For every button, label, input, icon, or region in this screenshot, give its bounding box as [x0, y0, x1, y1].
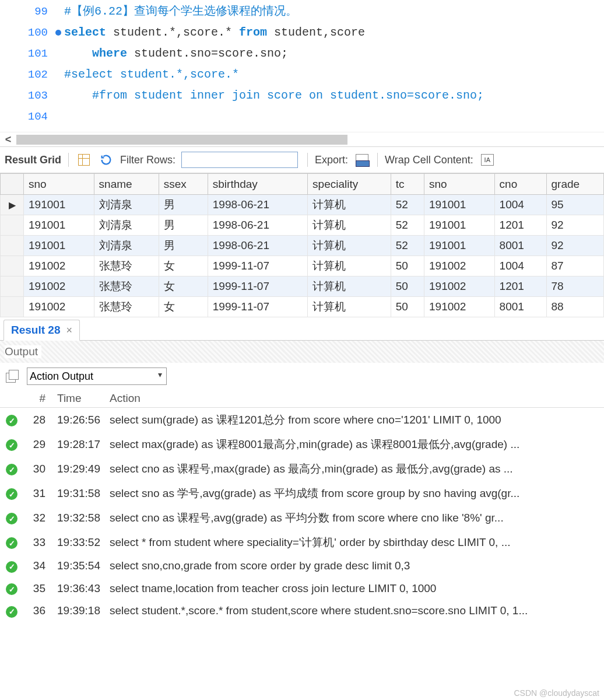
output-row[interactable]: ✓3019:29:49select cno as 课程号,max(grade) … — [0, 457, 604, 481]
scroll-track[interactable] — [16, 135, 347, 145]
output-row[interactable]: ✓3319:33:52select * from student where s… — [0, 530, 604, 555]
table-row[interactable]: 191002张慧玲女1999-11-07计算机50191002800188 — [1, 297, 604, 317]
table-row[interactable]: 191001刘清泉男1998-06-21计算机52191001120192 — [1, 215, 604, 236]
cell[interactable]: 52 — [391, 195, 424, 215]
output-type-select[interactable]: Action Output — [27, 368, 167, 385]
cell[interactable]: 1201 — [494, 215, 546, 236]
code-content[interactable]: #from student inner join score on studen… — [64, 85, 604, 106]
cell[interactable]: 191001 — [424, 236, 495, 256]
cell[interactable]: 191002 — [424, 276, 495, 297]
output-row[interactable]: ✓2819:26:56select sum(grade) as 课程1201总分… — [0, 408, 604, 433]
editor-hscrollbar[interactable]: < — [0, 132, 604, 146]
cell[interactable]: 1999-11-07 — [208, 297, 307, 317]
cell[interactable]: 男 — [159, 195, 208, 215]
table-row[interactable]: 191002张慧玲女1999-11-07计算机50191002120178 — [1, 276, 604, 297]
column-header[interactable]: grade — [546, 174, 603, 195]
code-content[interactable]: #【例6.22】查询每个学生选修课程的情况。 — [64, 1, 604, 22]
column-header[interactable]: ssex — [159, 174, 208, 195]
cell[interactable]: 52 — [391, 236, 424, 256]
column-header[interactable]: sno — [24, 174, 94, 195]
cell[interactable]: 50 — [391, 276, 424, 297]
code-content[interactable]: where student.sno=score.sno; — [64, 43, 604, 64]
table-row[interactable]: ▶191001刘清泉男1998-06-21计算机52191001100495 — [1, 195, 604, 215]
output-row[interactable]: ✓2919:28:17select max(grade) as 课程8001最高… — [0, 432, 604, 457]
output-row[interactable]: ✓3219:32:58select cno as 课程号,avg(grade) … — [0, 506, 604, 530]
cell[interactable]: 88 — [546, 297, 603, 317]
scroll-thumb[interactable] — [16, 135, 347, 145]
output-row[interactable]: ✓3519:36:43select tname,location from te… — [0, 578, 604, 600]
cell[interactable]: 女 — [159, 256, 208, 276]
column-header[interactable]: sno — [424, 174, 495, 195]
cell[interactable]: 191001 — [424, 195, 495, 215]
cell[interactable]: 191002 — [24, 297, 94, 317]
cell[interactable]: 1998-06-21 — [208, 215, 307, 236]
close-icon[interactable]: × — [66, 324, 72, 337]
output-log-table[interactable]: #TimeAction✓2819:26:56select sum(grade) … — [0, 390, 604, 622]
cell[interactable]: 张慧玲 — [94, 276, 159, 297]
result-table[interactable]: snosnamessexsbirthdayspecialitytcsnocnog… — [0, 173, 604, 317]
cell[interactable]: 52 — [391, 215, 424, 236]
cell[interactable]: 87 — [546, 256, 603, 276]
column-header[interactable]: cno — [494, 174, 546, 195]
code-line[interactable]: 100select student.*,score.* from student… — [0, 22, 604, 43]
cell[interactable]: 1998-06-21 — [208, 195, 307, 215]
grid-icon[interactable] — [76, 152, 92, 168]
code-line[interactable]: 101 where student.sno=score.sno; — [0, 43, 604, 64]
export-icon[interactable] — [354, 152, 370, 168]
column-header[interactable]: sname — [94, 174, 159, 195]
cell[interactable]: 92 — [546, 215, 603, 236]
code-line[interactable]: 103 #from student inner join score on st… — [0, 85, 604, 106]
code-line[interactable]: 102#select student.*,score.* — [0, 64, 604, 85]
cell[interactable]: 95 — [546, 195, 603, 215]
cell[interactable]: 刘清泉 — [94, 215, 159, 236]
cell[interactable]: 1004 — [494, 256, 546, 276]
code-content[interactable]: select student.*,score.* from student,sc… — [64, 22, 604, 43]
cell[interactable]: 191002 — [424, 297, 495, 317]
scroll-left-icon[interactable]: < — [0, 134, 16, 146]
cell[interactable]: 191001 — [24, 236, 94, 256]
cell[interactable]: 191002 — [24, 276, 94, 297]
output-row[interactable]: ✓3119:31:58select sno as 学号,avg(grade) a… — [0, 481, 604, 506]
cell[interactable]: 1201 — [494, 276, 546, 297]
code-content[interactable]: #select student.*,score.* — [64, 64, 604, 85]
output-stack-icon[interactable] — [6, 370, 19, 383]
result-tab[interactable]: Result 28 × — [3, 320, 80, 341]
wrap-icon[interactable]: IA — [479, 152, 496, 168]
cell[interactable]: 男 — [159, 215, 208, 236]
output-row[interactable]: ✓3419:35:54select sno,cno,grade from sco… — [0, 555, 604, 578]
cell[interactable]: 女 — [159, 276, 208, 297]
cell[interactable]: 张慧玲 — [94, 256, 159, 276]
cell[interactable]: 刘清泉 — [94, 195, 159, 215]
cell[interactable]: 8001 — [494, 236, 546, 256]
cell[interactable]: 计算机 — [308, 256, 391, 276]
cell[interactable]: 计算机 — [308, 195, 391, 215]
cell[interactable]: 92 — [546, 236, 603, 256]
refresh-icon[interactable] — [98, 152, 114, 168]
cell[interactable]: 50 — [391, 297, 424, 317]
breakpoint-icon[interactable] — [52, 30, 64, 36]
table-row[interactable]: 191002张慧玲女1999-11-07计算机50191002100487 — [1, 256, 604, 276]
cell[interactable]: 191001 — [24, 195, 94, 215]
filter-input[interactable] — [181, 152, 298, 168]
cell[interactable]: 女 — [159, 297, 208, 317]
cell[interactable]: 191002 — [424, 256, 495, 276]
cell[interactable]: 男 — [159, 236, 208, 256]
code-line[interactable]: 99#【例6.22】查询每个学生选修课程的情况。 — [0, 1, 604, 22]
cell[interactable]: 191001 — [24, 215, 94, 236]
cell[interactable]: 计算机 — [308, 236, 391, 256]
cell[interactable]: 1998-06-21 — [208, 236, 307, 256]
output-row[interactable]: ✓3619:39:18select student.*,score.* from… — [0, 600, 604, 622]
cell[interactable]: 1999-11-07 — [208, 256, 307, 276]
cell[interactable]: 计算机 — [308, 215, 391, 236]
cell[interactable]: 50 — [391, 256, 424, 276]
cell[interactable]: 8001 — [494, 297, 546, 317]
cell[interactable]: 191002 — [24, 256, 94, 276]
column-header[interactable]: speciality — [308, 174, 391, 195]
column-header[interactable]: tc — [391, 174, 424, 195]
cell[interactable]: 计算机 — [308, 297, 391, 317]
column-header[interactable]: sbirthday — [208, 174, 307, 195]
cell[interactable]: 191001 — [424, 215, 495, 236]
cell[interactable]: 张慧玲 — [94, 297, 159, 317]
output-select[interactable]: Action Output — [27, 368, 167, 385]
cell[interactable]: 1004 — [494, 195, 546, 215]
